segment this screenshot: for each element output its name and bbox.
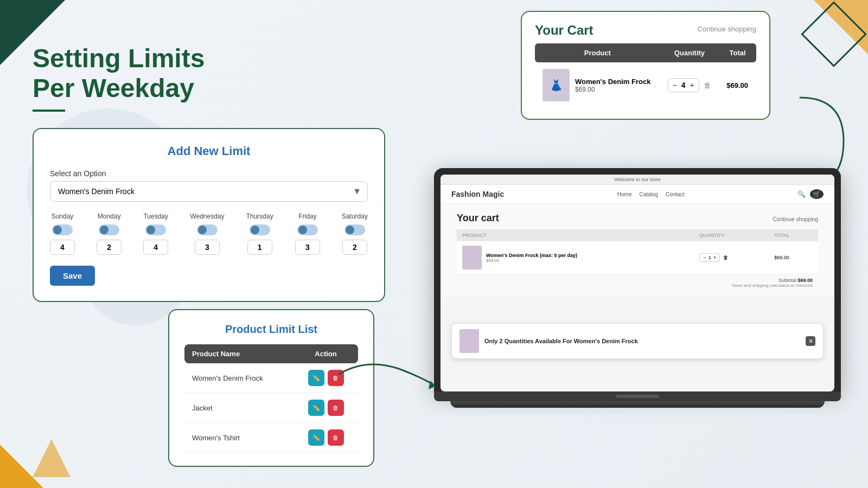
- day-toggle-wednesday[interactable]: [197, 224, 218, 235]
- laptop-base: [434, 391, 841, 401]
- save-button[interactable]: Save: [50, 266, 95, 286]
- day-col-monday: Monday: [97, 213, 122, 255]
- add-limit-title: Add New Limit: [50, 144, 368, 158]
- store-qty-plus[interactable]: +: [713, 255, 716, 260]
- store-product-name: Women's Denim Frock (max: 5 per day): [486, 253, 577, 258]
- limit-list-title: Product Limit List: [184, 323, 358, 336]
- day-input-monday[interactable]: [97, 240, 122, 255]
- store-qty-cell: − 1 + 🗑: [694, 241, 769, 274]
- day-toggle-friday[interactable]: [297, 224, 318, 235]
- day-input-friday[interactable]: [295, 240, 320, 255]
- close-icon[interactable]: ✕: [806, 336, 815, 346]
- store-col-quantity: QUANTITY: [694, 229, 769, 241]
- day-input-saturday[interactable]: [342, 240, 367, 255]
- qty-value: 4: [679, 81, 688, 89]
- cart-product-cell: 👗 Women's Denim Frock $69.00: [535, 62, 660, 108]
- laptop-foot: [450, 401, 825, 408]
- days-grid: SundayMondayTuesdayWednesdayThursdayFrid…: [50, 213, 368, 255]
- store-continue-shopping[interactable]: Continue shopping: [773, 216, 818, 222]
- delete-item-button[interactable]: 🗑: [704, 81, 711, 89]
- title-underline: [33, 110, 65, 112]
- subtotal-label: Subtotal: [778, 278, 796, 283]
- day-toggle-thursday[interactable]: [250, 224, 270, 235]
- qty-plus-button[interactable]: +: [690, 81, 694, 89]
- quantity-control: − 4 +: [668, 78, 699, 92]
- continue-shopping-link[interactable]: Continue shopping: [698, 25, 756, 33]
- edit-button[interactable]: ✏️: [308, 429, 324, 446]
- store-product-cell: Women's Denim Frock (max: 5 per day) $69…: [457, 241, 694, 274]
- store-topbar: Welcome to our store: [441, 175, 834, 185]
- bg-decoration-bl: [0, 401, 87, 488]
- store-col-total: TOTAL: [769, 229, 818, 241]
- right-section: Your Cart Continue shopping Product Quan…: [429, 11, 852, 237]
- cart-card: Your Cart Continue shopping Product Quan…: [521, 11, 770, 120]
- add-limit-card: Add New Limit Select an Option Women's D…: [33, 128, 385, 302]
- cart-icon[interactable]: 🛒: [810, 189, 824, 199]
- store-total: $69.00: [769, 241, 818, 274]
- edit-button[interactable]: ✏️: [308, 400, 324, 416]
- list-item-name: Women's Denim Frock: [184, 363, 293, 393]
- store-header: Fashion Magic Home Catalog Contact 🔍 🛒: [441, 185, 834, 204]
- day-label-friday: Friday: [298, 213, 316, 220]
- store-taxes: Taxes and shipping calculated at checkou…: [457, 283, 818, 288]
- select-label: Select an Option: [50, 169, 368, 178]
- product-price: $69.00: [575, 86, 650, 93]
- cart-qty-cell: − 4 + 🗑: [660, 62, 719, 108]
- day-col-sunday: Sunday: [50, 213, 75, 255]
- store-qty-control: − 1 +: [699, 253, 720, 262]
- day-toggle-saturday[interactable]: [344, 224, 365, 235]
- day-input-thursday[interactable]: [247, 240, 272, 255]
- product-select[interactable]: Women's Denim FrockJacketWomen's Tshirt: [50, 181, 368, 202]
- popup-product-image: [459, 329, 479, 353]
- store-qty-minus[interactable]: −: [703, 255, 706, 260]
- day-input-tuesday[interactable]: [143, 240, 168, 255]
- store-nav: Home Catalog Contact: [617, 191, 685, 197]
- store-product-price: $69.00: [486, 258, 577, 263]
- day-label-sunday: Sunday: [52, 213, 74, 220]
- store-cart-title: Your cart: [457, 213, 818, 224]
- subtotal-value: $69.00: [797, 278, 813, 283]
- search-icon[interactable]: 🔍: [797, 190, 806, 198]
- edit-button[interactable]: ✏️: [308, 370, 324, 386]
- col-product-name: Product Name: [184, 344, 293, 363]
- list-item: Women's Tshirt✏️🗑: [184, 423, 358, 453]
- day-input-sunday[interactable]: [50, 240, 75, 255]
- list-item-action: ✏️🗑: [293, 423, 358, 453]
- arrow-list-laptop: [334, 347, 442, 401]
- list-item-name: Jacket: [184, 393, 293, 423]
- day-toggle-monday[interactable]: [99, 224, 119, 235]
- limit-list-table: Product Name Action Women's Denim Frock✏…: [184, 344, 358, 453]
- day-toggle-tuesday[interactable]: [145, 224, 166, 235]
- cart-col-quantity: Quanitity: [660, 43, 719, 62]
- cart-col-product: Product: [535, 43, 660, 62]
- day-label-tuesday: Tuesday: [143, 213, 168, 220]
- laptop-outer: Welcome to our store Fashion Magic Home …: [434, 168, 841, 391]
- day-input-wednesday[interactable]: [195, 240, 220, 255]
- cart-total: $69.00: [719, 62, 756, 108]
- left-section: Setting Limits Per Weekday Add New Limit…: [33, 43, 385, 302]
- store-cart-table: PRODUCT QUANTITY TOTAL: [457, 229, 818, 274]
- laptop-screen: Welcome to our store Fashion Magic Home …: [441, 175, 834, 391]
- store-subtotal: Subtotal $69.00: [457, 278, 818, 283]
- day-label-thursday: Thursday: [246, 213, 273, 220]
- cart-col-total: Total: [719, 43, 756, 62]
- nav-catalog[interactable]: Catalog: [639, 191, 658, 197]
- delete-button[interactable]: 🗑: [328, 400, 344, 416]
- popup-text: Only 2 Quantities Available For Women's …: [484, 338, 800, 344]
- product-name: Women's Denim Frock: [575, 78, 650, 86]
- cart-row: 👗 Women's Denim Frock $69.00 − 4: [535, 62, 756, 108]
- laptop-mockup: Welcome to our store Fashion Magic Home …: [434, 168, 841, 408]
- store-trash-icon[interactable]: 🗑: [723, 255, 728, 260]
- product-image: 👗: [542, 69, 570, 101]
- qty-minus-button[interactable]: −: [673, 81, 677, 89]
- day-label-wednesday: Wednesday: [190, 213, 224, 220]
- day-label-monday: Monday: [98, 213, 121, 220]
- delete-button[interactable]: 🗑: [328, 429, 344, 446]
- nav-home[interactable]: Home: [617, 191, 632, 197]
- day-toggle-sunday[interactable]: [52, 224, 73, 235]
- store-logo: Fashion Magic: [451, 190, 504, 198]
- nav-contact[interactable]: Contact: [666, 191, 684, 197]
- cart-table: Product Quanitity Total 👗 Women's Denim …: [535, 43, 756, 108]
- list-item: Women's Denim Frock✏️🗑: [184, 363, 358, 393]
- product-select-wrapper: Women's Denim FrockJacketWomen's Tshirt …: [50, 181, 368, 202]
